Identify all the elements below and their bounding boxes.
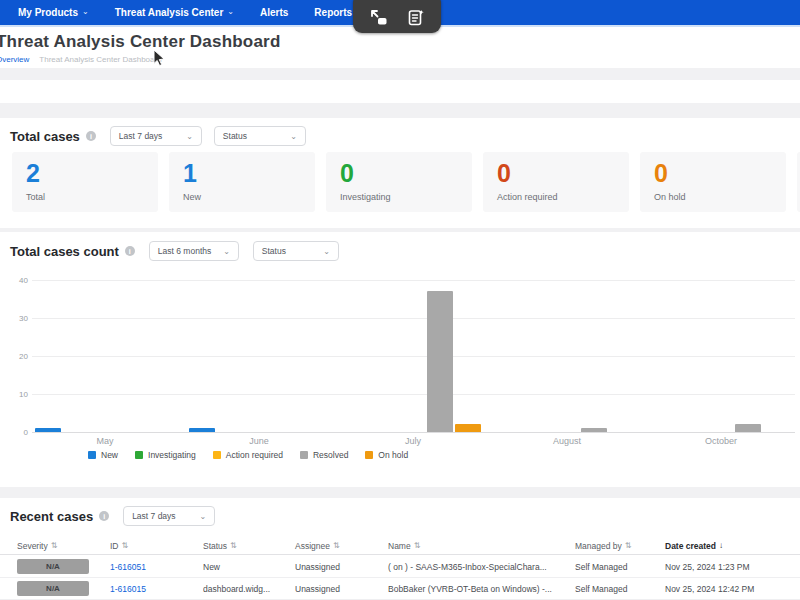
column-label: Date created xyxy=(665,541,716,551)
chevron-down-icon: ⌄ xyxy=(199,512,206,521)
severity-badge: N/A xyxy=(17,581,89,596)
breadcrumb: OverviewThreat Analysis Center Dashboard xyxy=(0,55,162,64)
column-header-assignee[interactable]: Assignee⇅ xyxy=(295,541,388,551)
info-icon[interactable]: i xyxy=(86,131,96,141)
cell-date_created: Nov 25, 2024 12:42 PM xyxy=(665,584,800,594)
stat-label: On hold xyxy=(654,192,786,202)
nav-item-label: Reports xyxy=(314,7,352,18)
dropdown-value: Status xyxy=(262,246,286,256)
stat-value: 2 xyxy=(26,160,158,186)
nav-item-my-products[interactable]: My Products⌄ xyxy=(18,7,89,18)
column-header-managed-by[interactable]: Managed by⇅ xyxy=(575,541,665,551)
cell-assignee: Unassigned xyxy=(295,584,388,594)
pop-out-icon[interactable] xyxy=(368,6,390,28)
bar-on-hold xyxy=(455,424,481,432)
gridline xyxy=(32,356,795,357)
column-header-date-created[interactable]: Date created↓ xyxy=(665,541,800,551)
column-label: ID xyxy=(110,541,119,551)
legend-label: Investigating xyxy=(148,450,196,460)
threat-analysis-dashboard: My Products⌄Threat Analysis Center⌄Alert… xyxy=(0,0,800,600)
page-header: Threat Analysis Center Dashboard Overvie… xyxy=(0,27,800,68)
breadcrumb-current: Threat Analysis Center Dashboard xyxy=(39,55,161,64)
legend-item-resolved: Resolved xyxy=(300,450,348,460)
info-icon[interactable]: i xyxy=(125,246,135,256)
legend-swatch xyxy=(135,451,143,459)
sort-icon: ⇅ xyxy=(230,541,237,550)
filter-dropdown[interactable]: Status⌄ xyxy=(253,241,339,261)
legend-label: Action required xyxy=(226,450,283,460)
stat-value: 0 xyxy=(340,160,472,186)
stat-label: Total xyxy=(26,192,158,202)
column-label: Name xyxy=(388,541,411,551)
stat-card-new: 1New xyxy=(169,152,315,212)
case-id-link[interactable]: 1-616051 xyxy=(110,562,203,572)
legend-label: Resolved xyxy=(313,450,348,460)
column-label: Assignee xyxy=(295,541,330,551)
overlay-toolbar xyxy=(353,0,441,33)
dropdown-value: Last 7 days xyxy=(119,131,162,141)
gridline xyxy=(32,432,795,433)
total-cases-title: Total cases xyxy=(10,129,80,144)
cases-bar-chart: 010203040MayJuneJulyAugustOctober xyxy=(0,272,800,448)
case-id-link[interactable]: 1-616015 xyxy=(110,584,203,594)
table-row[interactable]: N/A1-616051NewUnassigned( on ) - SAAS-M3… xyxy=(0,556,800,578)
bar-new xyxy=(189,428,215,432)
column-label: Severity xyxy=(17,541,48,551)
note-add-icon[interactable] xyxy=(404,6,426,28)
legend-label: On hold xyxy=(378,450,408,460)
legend-label: New xyxy=(101,450,118,460)
total-cases-section: Total cases i Last 7 days⌄Status⌄ 2Total… xyxy=(0,118,800,228)
column-header-status[interactable]: Status⇅ xyxy=(203,541,295,551)
chevron-down-icon: ⌄ xyxy=(223,247,230,256)
stat-card-action-required: 0Action required xyxy=(483,152,629,212)
cell-managed_by: Self Managed xyxy=(575,562,665,572)
bar-resolved xyxy=(427,291,453,432)
y-axis-tick: 30 xyxy=(10,314,28,323)
nav-item-threat-analysis-center[interactable]: Threat Analysis Center⌄ xyxy=(115,7,234,18)
nav-item-reports[interactable]: Reports xyxy=(314,7,352,18)
column-label: Status xyxy=(203,541,227,551)
legend-swatch xyxy=(365,451,373,459)
mouse-cursor xyxy=(153,49,167,67)
cell-name: BobBaker (YVRB-OT-Beta on Windows) -... xyxy=(388,584,575,594)
nav-item-alerts[interactable]: Alerts xyxy=(260,7,288,18)
total-cases-count-title: Total cases count xyxy=(10,244,119,259)
chevron-down-icon: ⌄ xyxy=(186,132,193,141)
info-icon[interactable]: i xyxy=(99,511,109,521)
chart-legend: NewInvestigatingAction requiredResolvedO… xyxy=(88,450,408,460)
column-header-name[interactable]: Name⇅ xyxy=(388,541,575,551)
filter-dropdown[interactable]: Last 7 days⌄ xyxy=(110,126,202,146)
stat-value: 0 xyxy=(654,160,786,186)
column-header-severity[interactable]: Severity⇅ xyxy=(17,541,110,551)
legend-swatch xyxy=(300,451,308,459)
table-row[interactable]: N/A1-616015dashboard.widg...UnassignedBo… xyxy=(0,578,800,600)
bar-resolved xyxy=(581,428,607,432)
stat-card-total: 2Total xyxy=(12,152,158,212)
cell-managed_by: Self Managed xyxy=(575,584,665,594)
cell-assignee: Unassigned xyxy=(295,562,388,572)
y-axis-tick: 10 xyxy=(10,390,28,399)
sort-icon: ↓ xyxy=(719,541,723,550)
cell-name: ( on ) - SAAS-M365-Inbox-SpecialChara... xyxy=(388,562,575,572)
filter-dropdown[interactable]: Status⌄ xyxy=(214,126,306,146)
recent-cases-section: Recent cases i Last 7 days⌄ Severity⇅ID⇅… xyxy=(0,498,800,600)
severity-badge: N/A xyxy=(17,559,89,574)
bar-resolved xyxy=(735,424,761,432)
cell-severity: N/A xyxy=(17,559,110,574)
x-axis-label: August xyxy=(497,436,637,446)
column-label: Managed by xyxy=(575,541,622,551)
filter-dropdown[interactable]: Last 7 days⌄ xyxy=(123,506,215,526)
column-header-id[interactable]: ID⇅ xyxy=(110,541,203,551)
legend-item-on-hold: On hold xyxy=(365,450,408,460)
stat-label: Action required xyxy=(497,192,629,202)
filter-dropdown[interactable]: Last 6 months⌄ xyxy=(149,241,239,261)
dropdown-value: Last 7 days xyxy=(132,511,175,521)
stats-row: 2Total1New0Investigating0Action required… xyxy=(0,152,800,214)
stat-label: New xyxy=(183,192,315,202)
chevron-down-icon: ⌄ xyxy=(227,7,234,16)
breadcrumb-link[interactable]: Overview xyxy=(0,55,29,64)
sort-icon: ⇅ xyxy=(122,541,129,550)
sort-icon: ⇅ xyxy=(414,541,421,550)
chevron-down-icon: ⌄ xyxy=(82,7,89,16)
x-axis-label: October xyxy=(651,436,791,446)
